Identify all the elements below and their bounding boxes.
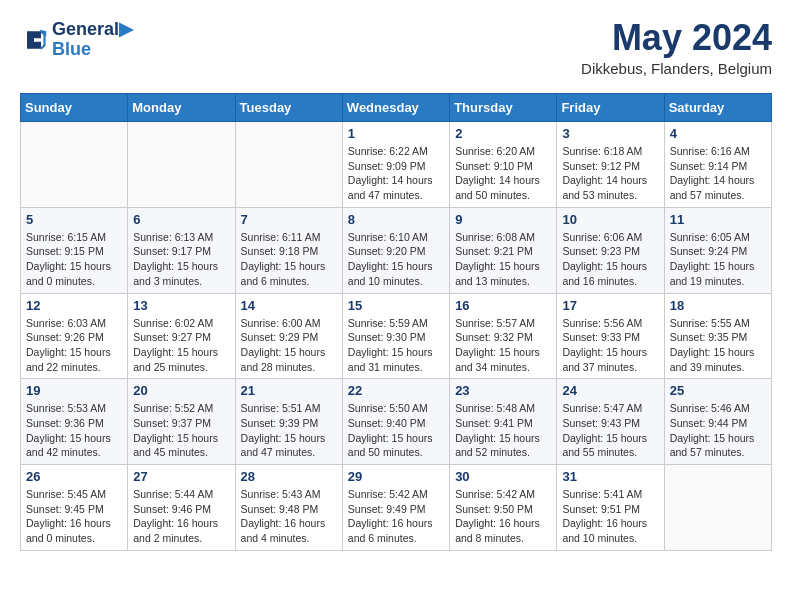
calendar-cell: 19Sunrise: 5:53 AMSunset: 9:36 PMDayligh… (21, 379, 128, 465)
day-number: 1 (348, 126, 444, 141)
weekday-header-monday: Monday (128, 94, 235, 122)
day-number: 26 (26, 469, 122, 484)
calendar-cell: 2Sunrise: 6:20 AMSunset: 9:10 PMDaylight… (450, 122, 557, 208)
calendar-cell: 3Sunrise: 6:18 AMSunset: 9:12 PMDaylight… (557, 122, 664, 208)
day-number: 21 (241, 383, 337, 398)
calendar-week-5: 26Sunrise: 5:45 AMSunset: 9:45 PMDayligh… (21, 465, 772, 551)
calendar-cell: 21Sunrise: 5:51 AMSunset: 9:39 PMDayligh… (235, 379, 342, 465)
calendar-cell: 22Sunrise: 5:50 AMSunset: 9:40 PMDayligh… (342, 379, 449, 465)
day-info: Sunrise: 6:03 AMSunset: 9:26 PMDaylight:… (26, 316, 122, 375)
day-number: 28 (241, 469, 337, 484)
day-info: Sunrise: 5:43 AMSunset: 9:48 PMDaylight:… (241, 487, 337, 546)
calendar-cell (21, 122, 128, 208)
day-info: Sunrise: 5:46 AMSunset: 9:44 PMDaylight:… (670, 401, 766, 460)
weekday-header-tuesday: Tuesday (235, 94, 342, 122)
calendar-cell: 25Sunrise: 5:46 AMSunset: 9:44 PMDayligh… (664, 379, 771, 465)
day-number: 7 (241, 212, 337, 227)
day-info: Sunrise: 6:08 AMSunset: 9:21 PMDaylight:… (455, 230, 551, 289)
day-number: 30 (455, 469, 551, 484)
calendar-cell: 13Sunrise: 6:02 AMSunset: 9:27 PMDayligh… (128, 293, 235, 379)
day-info: Sunrise: 5:57 AMSunset: 9:32 PMDaylight:… (455, 316, 551, 375)
calendar-cell: 5Sunrise: 6:15 AMSunset: 9:15 PMDaylight… (21, 207, 128, 293)
logo-icon (20, 26, 48, 54)
weekday-header-row: SundayMondayTuesdayWednesdayThursdayFrid… (21, 94, 772, 122)
calendar-cell: 11Sunrise: 6:05 AMSunset: 9:24 PMDayligh… (664, 207, 771, 293)
day-number: 15 (348, 298, 444, 313)
day-info: Sunrise: 6:06 AMSunset: 9:23 PMDaylight:… (562, 230, 658, 289)
day-number: 12 (26, 298, 122, 313)
calendar-cell: 18Sunrise: 5:55 AMSunset: 9:35 PMDayligh… (664, 293, 771, 379)
weekday-header-saturday: Saturday (664, 94, 771, 122)
day-number: 23 (455, 383, 551, 398)
calendar-week-4: 19Sunrise: 5:53 AMSunset: 9:36 PMDayligh… (21, 379, 772, 465)
calendar-cell: 14Sunrise: 6:00 AMSunset: 9:29 PMDayligh… (235, 293, 342, 379)
calendar-cell: 12Sunrise: 6:03 AMSunset: 9:26 PMDayligh… (21, 293, 128, 379)
day-info: Sunrise: 5:53 AMSunset: 9:36 PMDaylight:… (26, 401, 122, 460)
logo: General▶ Blue (20, 20, 133, 60)
page-header: General▶ Blue May 2024 Dikkebus, Flander… (20, 20, 772, 77)
day-number: 24 (562, 383, 658, 398)
title-block: May 2024 Dikkebus, Flanders, Belgium (581, 20, 772, 77)
day-number: 17 (562, 298, 658, 313)
day-number: 20 (133, 383, 229, 398)
day-number: 25 (670, 383, 766, 398)
calendar-cell: 15Sunrise: 5:59 AMSunset: 9:30 PMDayligh… (342, 293, 449, 379)
day-info: Sunrise: 5:45 AMSunset: 9:45 PMDaylight:… (26, 487, 122, 546)
calendar-week-2: 5Sunrise: 6:15 AMSunset: 9:15 PMDaylight… (21, 207, 772, 293)
day-number: 31 (562, 469, 658, 484)
day-info: Sunrise: 6:16 AMSunset: 9:14 PMDaylight:… (670, 144, 766, 203)
calendar-cell: 1Sunrise: 6:22 AMSunset: 9:09 PMDaylight… (342, 122, 449, 208)
calendar-cell: 20Sunrise: 5:52 AMSunset: 9:37 PMDayligh… (128, 379, 235, 465)
day-number: 18 (670, 298, 766, 313)
calendar-cell: 9Sunrise: 6:08 AMSunset: 9:21 PMDaylight… (450, 207, 557, 293)
calendar-cell: 8Sunrise: 6:10 AMSunset: 9:20 PMDaylight… (342, 207, 449, 293)
calendar-cell: 26Sunrise: 5:45 AMSunset: 9:45 PMDayligh… (21, 465, 128, 551)
calendar-table: SundayMondayTuesdayWednesdayThursdayFrid… (20, 93, 772, 551)
calendar-cell: 16Sunrise: 5:57 AMSunset: 9:32 PMDayligh… (450, 293, 557, 379)
calendar-week-1: 1Sunrise: 6:22 AMSunset: 9:09 PMDaylight… (21, 122, 772, 208)
day-number: 2 (455, 126, 551, 141)
weekday-header-friday: Friday (557, 94, 664, 122)
day-number: 13 (133, 298, 229, 313)
day-info: Sunrise: 5:47 AMSunset: 9:43 PMDaylight:… (562, 401, 658, 460)
day-number: 11 (670, 212, 766, 227)
day-number: 4 (670, 126, 766, 141)
day-info: Sunrise: 5:42 AMSunset: 9:49 PMDaylight:… (348, 487, 444, 546)
day-info: Sunrise: 6:02 AMSunset: 9:27 PMDaylight:… (133, 316, 229, 375)
day-number: 22 (348, 383, 444, 398)
day-number: 8 (348, 212, 444, 227)
day-info: Sunrise: 5:44 AMSunset: 9:46 PMDaylight:… (133, 487, 229, 546)
calendar-cell: 17Sunrise: 5:56 AMSunset: 9:33 PMDayligh… (557, 293, 664, 379)
calendar-cell: 27Sunrise: 5:44 AMSunset: 9:46 PMDayligh… (128, 465, 235, 551)
day-number: 14 (241, 298, 337, 313)
day-info: Sunrise: 6:20 AMSunset: 9:10 PMDaylight:… (455, 144, 551, 203)
calendar-cell: 23Sunrise: 5:48 AMSunset: 9:41 PMDayligh… (450, 379, 557, 465)
calendar-cell: 7Sunrise: 6:11 AMSunset: 9:18 PMDaylight… (235, 207, 342, 293)
month-title: May 2024 (581, 20, 772, 56)
day-number: 5 (26, 212, 122, 227)
day-info: Sunrise: 6:05 AMSunset: 9:24 PMDaylight:… (670, 230, 766, 289)
calendar-cell (664, 465, 771, 551)
day-number: 10 (562, 212, 658, 227)
day-info: Sunrise: 6:22 AMSunset: 9:09 PMDaylight:… (348, 144, 444, 203)
day-info: Sunrise: 5:56 AMSunset: 9:33 PMDaylight:… (562, 316, 658, 375)
calendar-cell (235, 122, 342, 208)
day-number: 16 (455, 298, 551, 313)
day-info: Sunrise: 6:00 AMSunset: 9:29 PMDaylight:… (241, 316, 337, 375)
day-info: Sunrise: 5:55 AMSunset: 9:35 PMDaylight:… (670, 316, 766, 375)
day-number: 19 (26, 383, 122, 398)
calendar-cell: 6Sunrise: 6:13 AMSunset: 9:17 PMDaylight… (128, 207, 235, 293)
day-number: 6 (133, 212, 229, 227)
day-info: Sunrise: 6:18 AMSunset: 9:12 PMDaylight:… (562, 144, 658, 203)
calendar-cell: 4Sunrise: 6:16 AMSunset: 9:14 PMDaylight… (664, 122, 771, 208)
calendar-week-3: 12Sunrise: 6:03 AMSunset: 9:26 PMDayligh… (21, 293, 772, 379)
day-info: Sunrise: 5:52 AMSunset: 9:37 PMDaylight:… (133, 401, 229, 460)
day-number: 27 (133, 469, 229, 484)
calendar-cell: 10Sunrise: 6:06 AMSunset: 9:23 PMDayligh… (557, 207, 664, 293)
day-info: Sunrise: 5:41 AMSunset: 9:51 PMDaylight:… (562, 487, 658, 546)
day-info: Sunrise: 6:15 AMSunset: 9:15 PMDaylight:… (26, 230, 122, 289)
weekday-header-sunday: Sunday (21, 94, 128, 122)
day-info: Sunrise: 6:10 AMSunset: 9:20 PMDaylight:… (348, 230, 444, 289)
calendar-cell: 28Sunrise: 5:43 AMSunset: 9:48 PMDayligh… (235, 465, 342, 551)
day-info: Sunrise: 5:48 AMSunset: 9:41 PMDaylight:… (455, 401, 551, 460)
